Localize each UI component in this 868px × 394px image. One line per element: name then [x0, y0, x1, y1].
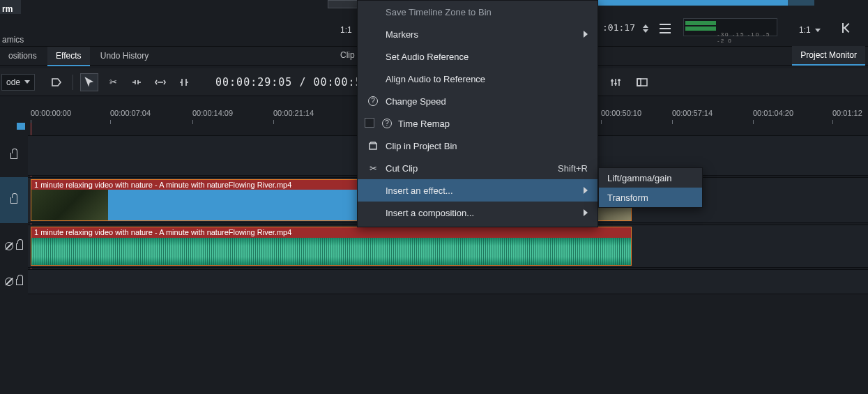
- panel-title-fragment2: amics: [2, 35, 24, 45]
- menu-clip-in-project-bin[interactable]: Clip in Project Bin: [358, 135, 597, 157]
- menu-markers[interactable]: Markers: [358, 23, 597, 45]
- mute-icon[interactable]: [5, 278, 13, 286]
- scissors-icon: ✂: [367, 162, 379, 174]
- track-header-a2[interactable]: [0, 269, 28, 294]
- audio-meter: -30 -15 -10 -5 -2 0: [683, 18, 777, 36]
- menu-align-audio[interactable]: Align Audio to Reference: [358, 68, 597, 90]
- help-icon: ?: [382, 119, 392, 128]
- timeline-empty-area[interactable]: [28, 294, 868, 322]
- svg-rect-1: [637, 79, 641, 86]
- menu-set-audio-reference[interactable]: Set Audio Reference: [358, 45, 597, 68]
- track-compositing-icon[interactable]: [47, 73, 66, 91]
- chevron-down-icon: [815, 29, 821, 32]
- ruler-tick: 00:00:57:14: [672, 109, 713, 117]
- checkbox-icon[interactable]: [365, 118, 374, 128]
- menu-time-remap[interactable]: ?Time Remap: [358, 112, 597, 135]
- ripple-tool[interactable]: [175, 73, 193, 91]
- chevron-right-icon: [584, 187, 588, 194]
- tab-effects[interactable]: Effects: [47, 47, 89, 66]
- clip-title: 1 minute relaxing video with nature - A …: [31, 227, 631, 238]
- track-header-v1[interactable]: [0, 177, 28, 223]
- edit-mode-label: ode: [6, 77, 20, 87]
- submenu-lift-gamma-gain[interactable]: Lift/gamma/gain: [599, 168, 702, 188]
- project-monitor-zoom[interactable]: 1:1: [795, 22, 825, 38]
- chevron-down-icon: [24, 80, 30, 84]
- razor-tool[interactable]: ✂: [104, 73, 122, 91]
- track-header-v2[interactable]: [0, 135, 28, 176]
- svg-rect-0: [637, 79, 647, 86]
- slip-tool[interactable]: [151, 73, 169, 91]
- separator: [73, 75, 73, 90]
- chevron-right-icon: [584, 209, 588, 216]
- ruler-tick: 00:00:14:09: [192, 109, 233, 117]
- monitor-menu-icon[interactable]: [660, 24, 671, 33]
- bin-icon: [367, 140, 379, 151]
- tab-project-monitor[interactable]: Project Monitor: [792, 46, 865, 66]
- project-monitor-timecode[interactable]: :01:17: [602, 22, 635, 33]
- clip-thumbnail-in: [31, 190, 108, 220]
- audio-track-2[interactable]: [28, 269, 868, 294]
- lock-icon[interactable]: [16, 243, 23, 250]
- mixer-icon[interactable]: [607, 74, 624, 91]
- chevron-right-icon: [584, 31, 588, 38]
- timeline-timecode[interactable]: 00:00:29:05 / 00:00:54:: [215, 76, 376, 89]
- insert-effect-submenu: Lift/gamma/gain Transform: [598, 167, 703, 208]
- edit-mode-combo[interactable]: ode: [1, 74, 35, 91]
- audio-track-1[interactable]: 1 minute relaxing video with nature - A …: [28, 225, 868, 268]
- menu-save-timeline-zone[interactable]: Save Timeline Zone to Bin: [358, 1, 597, 23]
- menu-change-speed[interactable]: ?Change Speed: [358, 90, 597, 112]
- menu-insert-composition[interactable]: Insert a composition...: [358, 202, 597, 224]
- audio-meter-scale: -30 -15 -10 -5 -2 0: [717, 31, 777, 44]
- ruler-tick: 00:00:21:14: [273, 109, 314, 117]
- tab-compositions[interactable]: ositions: [0, 47, 45, 66]
- svg-rect-2: [370, 144, 376, 149]
- audio-clip[interactable]: 1 minute relaxing video with nature - A …: [31, 227, 632, 266]
- ruler-tick: 00:01:04:20: [753, 109, 793, 117]
- help-icon: ?: [368, 96, 378, 106]
- monitor-marker-icon[interactable]: [842, 21, 855, 35]
- panel-title-fragment: rm: [2, 4, 13, 14]
- track-header-a1[interactable]: [0, 225, 28, 268]
- ruler-tick: 00:00:07:04: [110, 109, 151, 117]
- clip-monitor-zoom[interactable]: 1:1: [335, 22, 358, 38]
- project-monitor-scrub-tail[interactable]: [788, 0, 814, 6]
- lock-icon[interactable]: [16, 279, 23, 285]
- audio-waveform: [31, 238, 631, 265]
- mute-icon[interactable]: [5, 242, 13, 250]
- shortcut-label: Shift+R: [558, 163, 588, 174]
- submenu-transform[interactable]: Transform: [599, 188, 702, 207]
- tab-undo-history[interactable]: Undo History: [92, 47, 157, 66]
- menu-insert-effect[interactable]: Insert an effect...: [358, 179, 597, 202]
- menu-cut-clip[interactable]: ✂Cut ClipShift+R: [358, 157, 597, 179]
- show-video-thumbs-icon[interactable]: [634, 74, 650, 91]
- ruler-tick: 00:00:50:10: [601, 109, 641, 117]
- project-monitor-scrub[interactable]: [598, 0, 789, 6]
- clip-context-menu: Save Timeline Zone to Bin Markers Set Au…: [357, 0, 598, 227]
- lock-icon[interactable]: [10, 197, 17, 204]
- ruler-tick: 00:00:00:00: [31, 109, 71, 117]
- timecode-spinbox[interactable]: [643, 21, 654, 36]
- spacer-tool[interactable]: [128, 73, 146, 91]
- lock-icon[interactable]: [10, 153, 17, 159]
- track-header-column: [0, 96, 28, 394]
- selection-tool[interactable]: [80, 73, 98, 91]
- ruler-tick: 00:01:12: [832, 109, 862, 117]
